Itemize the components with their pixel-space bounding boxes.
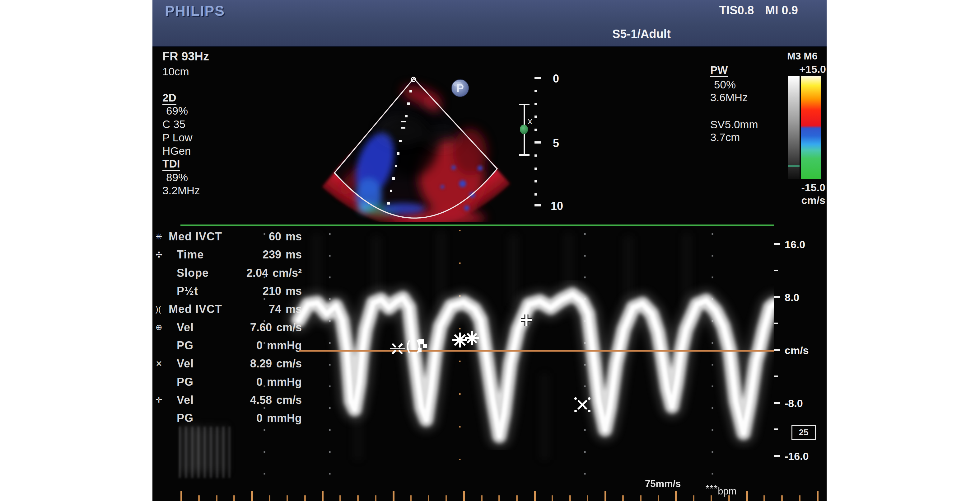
multiline-mode-label: M3 M6 [787,50,818,62]
velocity-tick-major [774,349,780,351]
time-ruler-major-ticks [180,491,827,501]
depth-label: 10cm [162,65,189,78]
caliper-marker-icon: ✛ [156,395,169,405]
velocity-label-16: 16.0 [784,239,805,250]
depth-tick-0 [535,77,541,79]
velocity-label-neg16: -16.0 [784,450,809,463]
caliper-marker-icon: )( [156,305,169,314]
velocity-tick-minor [774,428,778,430]
depth-minor-tick [535,155,537,156]
depth-minor-tick [535,168,537,170]
gain-2d-value: 69% [166,105,188,117]
velocity-tick-major [774,455,780,457]
velocity-label-8: 8.0 [784,292,799,303]
depth-minor-tick [535,129,537,131]
ultrasound-screen: PHILIPS TIS0.8 MI 0.9 S5-1/Adult FR 93Hz… [153,0,827,501]
sv-gate-dot [520,124,528,134]
depth-tick-10 [535,204,541,206]
pw-frequency-value: 3.6MHz [710,91,748,104]
depth-minor-tick [535,180,537,182]
mode-2d-label: 2D [162,91,177,105]
hgen-label: HGen [162,145,191,157]
grayscale-bar [788,76,800,179]
frame-rate-label: FR 93Hz [162,50,209,63]
time-ruler [180,491,827,501]
sample-volume-size: SV5.0mm [710,118,758,131]
sv-gate-bottom-cap [519,154,530,156]
colorbar-max-label: +15.0 [799,63,826,75]
waveform [299,295,774,436]
figure-page: PHILIPS TIS0.8 MI 0.9 S5-1/Adult FR 93Hz… [0,0,980,501]
velocity-label-neg8: -8.0 [784,397,803,410]
velocity-tick-minor [774,375,778,377]
velocity-unit-label: cm/s [784,345,809,356]
tis-value: TIS0.8 [719,4,754,17]
depth-label-10: 10 [550,199,563,213]
velocity-tick-major [774,296,780,298]
compress-value: C 35 [162,118,185,131]
pw-power-value: 50% [714,78,736,91]
mi-value: MI 0.9 [765,4,798,17]
sweep-speed-label: 75mm/s [645,478,681,490]
mode-tdi-label: TDI [162,158,180,171]
caliper-marker-icon: ✣ [156,250,169,260]
p-marker-letter: P [457,82,464,95]
probe-preset-label: S5-1/Adult [612,27,671,41]
velocity-tick-major [774,402,780,404]
sv-gate-top-cap [519,104,530,105]
sample-volume-depth: 3.7cm [710,131,740,144]
caliper-marker-icon: ⊕ [156,322,169,332]
mode-pw-label: PW [710,64,728,77]
velocity-tick-minor [774,322,778,324]
depth-minor-tick [535,115,537,118]
persistence-value: P Low [162,131,192,144]
grayscale-marker-tick [788,165,800,167]
caliper-marker-icon: ✳ [156,232,169,242]
depth-tick-5 [535,141,541,144]
depth-label-0: 0 [553,72,559,85]
prf-value-box: 25 [791,425,816,440]
orientation-p-marker: P [452,80,469,97]
header-bar: PHILIPS TIS0.8 MI 0.9 S5-1/Adult [153,0,827,47]
gain-tdi-value: 89% [166,171,188,184]
caliper-marker-icon: ✕ [156,359,169,369]
depth-minor-tick [535,90,537,92]
doppler-color-bar [801,76,821,179]
depth-minor-tick [535,193,537,196]
colorbar-unit-label: cm/s [802,194,826,206]
sector-image: P [308,74,526,222]
acoustic-output-readout: TIS0.8 MI 0.9 [719,4,798,17]
velocity-tick-minor [774,270,778,271]
spectral-trace [179,227,774,480]
separator-line [180,225,774,226]
tdi-frequency-value: 3.2MHz [162,184,200,197]
velocity-tick-major [774,243,780,245]
philips-logo: PHILIPS [165,3,225,19]
colorbar-min-label: -15.0 [802,182,826,194]
depth-minor-tick [535,103,537,105]
depth-label-5: 5 [553,137,559,150]
sv-gate-x-marker: x [528,116,532,126]
